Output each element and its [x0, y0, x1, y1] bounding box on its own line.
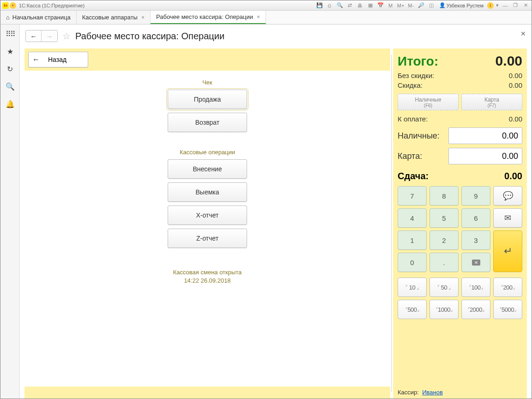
tab-home[interactable]: ⌂Начальная страница	[0, 11, 77, 24]
cashier-row: Кассир: Иванов	[398, 385, 522, 396]
tabbar: ⌂Начальная страница Кассовые аппараты× Р…	[0, 11, 532, 24]
key-0[interactable]: 0	[398, 253, 427, 272]
card-type-label: Карта	[484, 97, 499, 103]
backspace-icon: ✕	[472, 260, 480, 266]
preset-100[interactable]: ⌜100⌟	[461, 278, 490, 297]
withdraw-label: Выемка	[195, 188, 219, 196]
key-backspace[interactable]: ✕	[461, 253, 490, 272]
top-action-bar: ← Назад	[24, 48, 390, 71]
zreport-button[interactable]: Z-отчет	[168, 229, 247, 248]
key-dot[interactable]: .	[429, 253, 459, 272]
preset-1000[interactable]: ⌜1000⌟	[429, 300, 459, 319]
key-9[interactable]: 9	[461, 186, 490, 206]
zreport-label: Z-отчет	[196, 235, 218, 242]
tab-home-label: Начальная страница	[12, 14, 71, 21]
key-6[interactable]: 6	[461, 208, 490, 228]
payment-panel: Итого: 0.00 Без скидки:0.00 Скидка:0.00 …	[393, 48, 527, 399]
withdraw-button[interactable]: Выемка	[168, 182, 247, 202]
m-icon[interactable]: M	[387, 2, 395, 9]
change-label: Сдача:	[398, 171, 429, 181]
deposit-button[interactable]: Внесение	[168, 159, 247, 179]
preset-10[interactable]: ⌜ 10 ⌟	[398, 278, 427, 297]
print-icon[interactable]: ⎙	[326, 2, 334, 9]
card-type-button[interactable]: Карта(F7)	[461, 94, 522, 110]
change-value: 0.00	[504, 171, 522, 181]
side-rail: ⠿⠿ ★ ↻ 🔍 🔔	[0, 24, 20, 399]
nav-forward-button[interactable]: →	[42, 30, 57, 42]
calculator-icon[interactable]: ▦	[366, 2, 375, 9]
window-title: 1С:Касса (1С:Предприятие)	[19, 3, 85, 8]
return-button[interactable]: Возврат	[168, 113, 247, 132]
key-enter[interactable]: ↵	[493, 230, 522, 272]
favorite-star-icon[interactable]: ☆	[62, 30, 71, 42]
preset-500[interactable]: ⌜500⌟	[398, 300, 427, 319]
search-icon[interactable]: 🔍	[5, 81, 16, 92]
preview-icon[interactable]: 🔍	[336, 2, 344, 9]
sale-button[interactable]: Продажа	[168, 90, 247, 109]
tab-cashier-label: Рабочее место кассира: Операции	[156, 13, 253, 20]
page-title: Рабочее место кассира: Операции	[75, 31, 224, 42]
save-icon[interactable]: 💾	[315, 2, 324, 9]
preset-50[interactable]: ⌜ 50 ⌟	[429, 278, 459, 297]
apps-icon[interactable]: ⠿⠿	[5, 28, 16, 39]
key-3[interactable]: 3	[461, 230, 490, 250]
key-1[interactable]: 1	[398, 230, 427, 250]
key-4[interactable]: 4	[398, 208, 427, 228]
tab-cashier-ops[interactable]: Рабочее место кассира: Операции×	[151, 11, 266, 24]
key-7[interactable]: 7	[398, 186, 427, 206]
printer-icon[interactable]: 🖶	[356, 2, 364, 9]
card-input[interactable]	[448, 148, 522, 164]
total-label: Итого:	[398, 54, 438, 69]
keypad: 7 8 9 💬 4 5 6 ✉ 1 2 3 ↵ 0 . ✕	[398, 186, 522, 272]
preset-200[interactable]: ⌜200⌟	[493, 278, 522, 297]
close-icon[interactable]: ×	[141, 14, 145, 21]
back-button[interactable]: ← Назад	[28, 52, 88, 67]
notifications-icon[interactable]: 🔔	[5, 98, 16, 109]
total-value: 0.00	[496, 53, 522, 69]
m-minus-icon[interactable]: M-	[407, 2, 415, 9]
close-icon[interactable]: ×	[257, 14, 260, 20]
key-8[interactable]: 8	[429, 186, 459, 206]
preset-amounts: ⌜ 10 ⌟ ⌜ 50 ⌟ ⌜100⌟ ⌜200⌟ ⌜500⌟ ⌜1000⌟ ⌜…	[398, 278, 522, 319]
zoom-icon[interactable]: 🔎	[417, 2, 425, 9]
favorites-icon[interactable]: ★	[5, 46, 16, 57]
panels-icon[interactable]: ◫	[427, 2, 435, 9]
discount-label: Скидка:	[398, 81, 423, 89]
m-plus-icon[interactable]: M+	[397, 2, 405, 9]
operations-panel: Чек Продажа Возврат Кассовые операции Вн…	[24, 71, 390, 387]
calendar-icon[interactable]: 📅	[376, 2, 385, 9]
key-mail[interactable]: ✉	[493, 208, 522, 228]
deposit-label: Внесение	[193, 165, 222, 173]
key-5[interactable]: 5	[429, 208, 459, 228]
user-label[interactable]: 👤 Узбеков Рустем	[437, 2, 485, 8]
info-dropdown-icon[interactable]: ▾	[496, 2, 499, 9]
sale-label: Продажа	[194, 96, 221, 103]
cash-type-hint: (F6)	[424, 103, 432, 108]
history-icon[interactable]: ↻	[5, 63, 16, 74]
cash-input[interactable]	[448, 127, 522, 144]
cashier-link[interactable]: Иванов	[422, 389, 443, 396]
bottom-bar	[24, 387, 390, 399]
xreport-label: X-отчет	[196, 212, 219, 219]
app-logo-icon: 1c	[2, 2, 9, 9]
close-page-icon[interactable]: ✕	[520, 30, 526, 37]
compare-icon[interactable]: ⇄	[346, 2, 354, 9]
content-area: ✕ ← → ☆ Рабочее место кассира: Операции …	[20, 24, 532, 399]
card-input-label: Карта:	[398, 151, 422, 161]
titlebar: 1c ▾ 1С:Касса (1С:Предприятие) 💾 ⎙ 🔍 ⇄ 🖶…	[0, 0, 532, 11]
toolbar-icons: 💾 ⎙ 🔍 ⇄ 🖶 ▦ 📅 M M+ M- 🔎 ◫ 👤 Узбеков Руст…	[315, 2, 530, 9]
dropdown-icon[interactable]: ▾	[10, 2, 16, 9]
close-window-icon[interactable]: ✕	[521, 2, 530, 9]
info-icon[interactable]: i	[487, 2, 494, 9]
preset-2000[interactable]: ⌜2000⌟	[461, 300, 490, 319]
key-comment[interactable]: 💬	[493, 186, 522, 206]
nav-back-button[interactable]: ←	[26, 30, 42, 42]
preset-5000[interactable]: ⌜5000⌟	[493, 300, 522, 319]
cash-type-button[interactable]: Наличные(F6)	[398, 94, 459, 110]
topay-label: К оплате:	[398, 115, 428, 123]
xreport-button[interactable]: X-отчет	[168, 206, 247, 225]
tab-registers[interactable]: Кассовые аппараты×	[77, 11, 151, 24]
minimize-icon[interactable]: —	[501, 2, 509, 9]
restore-icon[interactable]: ❐	[511, 2, 520, 9]
key-2[interactable]: 2	[429, 230, 459, 250]
